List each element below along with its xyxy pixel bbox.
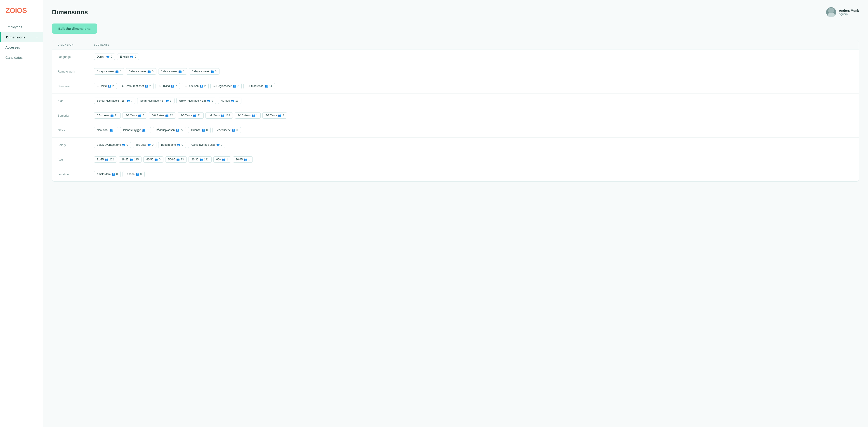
segment-count: 0 [182, 143, 183, 146]
segment-tag: 36-45👥1 [233, 156, 253, 163]
table-row-seniority: Seniority0.5-1 Year👥112-3 Years👥60-0.5 Y… [52, 108, 859, 123]
segment-count: 0 [140, 173, 142, 176]
sidebar-item-accesses[interactable]: Accesses [0, 42, 43, 53]
segment-name: 1 day a week [161, 70, 177, 73]
people-icon: 👥 [165, 114, 168, 117]
segment-tag: Small kids (age < 6)👥1 [137, 98, 174, 104]
people-icon: 👥 [221, 114, 224, 117]
user-name: Anders Munk [839, 9, 859, 12]
segment-count: 2 [147, 129, 148, 132]
segment-tag: Bottom 25%👥0 [158, 142, 186, 148]
segment-count: 0 [152, 70, 153, 73]
segment-name: Islands Brygge [123, 129, 141, 132]
segment-count: 0 [159, 158, 160, 161]
logo-text: ZOIOS [5, 6, 27, 14]
avatar [826, 7, 836, 17]
segment-name: Small kids (age < 6) [140, 99, 164, 102]
segment-tag: Below average 25%👥0 [94, 142, 131, 148]
sidebar-label-employees: Employees [5, 25, 22, 29]
table-row-office: OfficeNew York👥0Islands Brygge👥2Rådhuspl… [52, 123, 859, 138]
segment-count: 1 [170, 99, 172, 102]
segment-name: 1. Studerende [246, 85, 264, 88]
people-icon: 👥 [154, 158, 158, 161]
segment-count: 0 [215, 70, 217, 73]
segment-name: School kids (age 6 - 15) [97, 99, 125, 102]
people-icon: 👥 [135, 173, 139, 176]
people-icon: 👥 [176, 129, 179, 132]
app-layout: ZOIOS EmployeesDimensions›AccessesCandid… [0, 0, 868, 427]
segment-tag: 1 day a week👥0 [158, 68, 187, 74]
segment-count: 1 [226, 158, 228, 161]
segment-count: 0 [134, 55, 136, 58]
sidebar-item-dimensions[interactable]: Dimensions› [0, 32, 43, 42]
segment-name: Below average 25% [97, 143, 121, 146]
people-icon: 👥 [122, 143, 125, 146]
segments-list-salary: Below average 25%👥0Top 25%👥0Bottom 25%👥0… [94, 142, 853, 148]
segment-tag: No kids👥13 [218, 98, 241, 104]
logo: ZOIOS [0, 6, 43, 22]
segment-tag: 5 days a week👥0 [126, 68, 156, 74]
people-icon: 👥 [232, 85, 236, 88]
people-icon: 👥 [232, 129, 235, 132]
people-icon: 👥 [127, 99, 130, 102]
table-row-salary: SalaryBelow average 25%👥0Top 25%👥0Bottom… [52, 138, 859, 152]
segment-tag: 18-25👥115 [119, 156, 142, 163]
segment-name: Danish [97, 55, 105, 58]
edit-dimensions-button[interactable]: Edit the dimensions [52, 24, 97, 34]
segment-count: 6 [143, 114, 144, 117]
segment-count: 0 [120, 70, 121, 73]
segment-name: 0-0.5 Year [152, 114, 164, 117]
segment-name: English [120, 55, 129, 58]
segment-count: 7 [131, 99, 133, 102]
segment-name: No kids [221, 99, 230, 102]
segment-tag: 46-55👥0 [143, 156, 163, 163]
segment-tag: 1-2 Years👥138 [206, 112, 233, 119]
segment-count: 11 [115, 114, 118, 117]
segment-count: 13 [236, 99, 239, 102]
segment-name: 5 days a week [129, 70, 146, 73]
table-row-language: LanguageDanish👥0English👥0 [52, 50, 859, 64]
table-body: LanguageDanish👥0English👥0Remote work4 da… [52, 50, 859, 182]
top-header: Dimensions Anders Munk Agency [52, 7, 859, 17]
segment-name: New York [97, 129, 108, 132]
segment-tag: Hedehusene👥0 [213, 127, 241, 133]
dimension-label-remote-work: Remote work [58, 70, 94, 73]
sidebar-item-employees[interactable]: Employees [0, 22, 43, 32]
segment-name: 2. Deltid [97, 85, 107, 88]
user-info: Anders Munk Agency [826, 7, 859, 17]
sidebar-label-candidates: Candidates [5, 56, 23, 59]
segment-count: 2 [112, 85, 114, 88]
people-icon: 👥 [177, 143, 180, 146]
segment-name: 1-2 Years [209, 114, 220, 117]
segment-name: Rådhuspladsen [156, 129, 175, 132]
segment-count: 72 [180, 129, 183, 132]
table-row-age: Age31-35👥20218-25👥11546-55👥056-65👥7326-3… [52, 152, 859, 167]
segment-count: 41 [197, 114, 200, 117]
table-row-remote-work: Remote work4 days a week👥05 days a week👥… [52, 64, 859, 79]
segment-count: 2 [204, 85, 206, 88]
segment-name: 2-3 Years [125, 114, 137, 117]
segment-name: 3-5 Years [181, 114, 192, 117]
segment-name: 65+ [216, 158, 221, 161]
page-title: Dimensions [52, 8, 88, 16]
people-icon: 👥 [106, 55, 110, 58]
segment-count: 14 [269, 85, 272, 88]
people-icon: 👥 [112, 173, 115, 176]
segment-name: Grown kids (age > 15) [179, 99, 206, 102]
user-details: Anders Munk Agency [839, 9, 859, 15]
segment-count: 0 [114, 129, 116, 132]
segment-tag: 3. Fuldtid👥7 [156, 83, 180, 89]
segment-name: London [125, 173, 134, 176]
segments-list-kids: School kids (age 6 - 15)👥7Small kids (ag… [94, 98, 853, 104]
segment-name: 18-25 [122, 158, 129, 161]
people-icon: 👥 [265, 85, 268, 88]
segment-count: 0 [127, 143, 128, 146]
people-icon: 👥 [200, 85, 203, 88]
dimension-label-salary: Salary [58, 143, 94, 146]
segment-count: 2 [149, 85, 151, 88]
people-icon: 👥 [165, 99, 169, 102]
people-icon: 👥 [202, 129, 205, 132]
segment-name: 3 days a week [192, 70, 209, 73]
segment-tag: Danish👥0 [94, 54, 115, 60]
sidebar-item-candidates[interactable]: Candidates [0, 53, 43, 63]
